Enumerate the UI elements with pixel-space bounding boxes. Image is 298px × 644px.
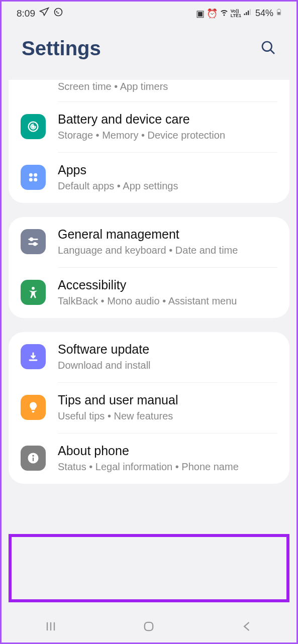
svg-point-17 [30,238,33,241]
item-text: Tips and user manual Useful tips • New f… [58,393,277,423]
search-button[interactable] [260,40,276,58]
settings-group-1: Screen time • App timers Battery and dev… [9,80,289,203]
item-text: Battery and device care Storage • Memory… [58,112,277,142]
item-text: General management Language and keyboard… [58,227,277,257]
item-text: Screen time • App timers [58,80,277,93]
item-text: About phone Status • Legal information •… [58,444,277,474]
item-text: Accessibility TalkBack • Mono audio • As… [58,278,277,308]
dnd-icon: ▣ [196,8,205,19]
accessibility-icon [21,280,46,305]
item-sub: Storage • Memory • Device protection [58,129,277,142]
apps-icon [21,165,46,190]
svg-rect-6 [278,9,280,10]
item-sub: Download and install [58,359,277,372]
wifi-icon [220,8,229,19]
svg-point-0 [54,9,62,16]
item-title: Accessibility [58,278,277,292]
home-button[interactable] [142,619,156,635]
svg-point-11 [32,126,34,128]
svg-rect-2 [246,12,247,15]
svg-point-15 [34,178,37,181]
item-title: General management [58,227,277,242]
settings-item-about[interactable]: About phone Status • Legal information •… [9,434,289,484]
svg-point-19 [34,243,36,245]
settings-group-3: Software update Download and install Tip… [9,332,289,484]
svg-rect-27 [145,622,153,630]
item-title: About phone [58,444,277,458]
alarm-icon: ⏰ [207,8,218,19]
signal-icon [243,8,252,19]
recents-button[interactable] [44,619,58,635]
svg-point-20 [32,287,35,290]
status-time: 8:09 [17,8,35,19]
svg-line-9 [270,50,274,54]
svg-rect-4 [250,9,251,15]
page-title: Settings [22,37,101,60]
item-title: Battery and device care [58,112,277,127]
item-sub: TalkBack • Mono audio • Assistant menu [58,294,277,308]
volte-icon: Vo))LTE1 [231,9,241,18]
telegram-icon [39,7,49,20]
item-sub: Language and keyboard • Date and time [58,244,277,257]
item-sub: Useful tips • New features [58,409,277,423]
svg-rect-7 [277,12,280,15]
item-sub: Screen time • App timers [58,80,277,93]
settings-item-general[interactable]: General management Language and keyboard… [9,217,289,267]
settings-item-accessibility[interactable]: Accessibility TalkBack • Mono audio • As… [9,268,289,318]
battery-care-icon [21,114,46,139]
item-text: Apps Default apps • App settings [58,163,277,193]
software-update-icon [21,344,46,369]
highlight-about-phone [9,534,289,602]
svg-rect-23 [33,458,34,461]
status-right: ▣ ⏰ Vo))LTE1 54% [196,7,282,20]
whatsapp-icon [53,7,63,20]
item-text: Software update Download and install [58,342,277,372]
battery-icon [275,7,282,20]
page-header: Settings [2,23,296,80]
status-bar: 8:09 ▣ ⏰ Vo))LTE1 54% [2,2,296,23]
svg-point-8 [262,42,272,51]
navigation-bar [2,612,296,642]
status-left: 8:09 [17,7,63,20]
settings-item-software[interactable]: Software update Download and install [9,332,289,382]
settings-item-apps[interactable]: Apps Default apps • App settings [9,153,289,203]
general-icon [21,229,46,254]
svg-rect-3 [248,11,249,15]
svg-point-14 [29,178,33,181]
settings-item-battery[interactable]: Battery and device care Storage • Memory… [9,102,289,152]
item-title: Apps [58,163,277,177]
svg-rect-1 [244,14,245,15]
svg-point-22 [32,455,34,457]
back-button[interactable] [240,619,254,635]
item-title: Software update [58,342,277,357]
svg-point-13 [34,173,37,177]
battery-text: 54% [255,8,273,19]
item-sub: Default apps • App settings [58,179,277,193]
item-sub: Status • Legal information • Phone name [58,460,277,474]
settings-item-tips[interactable]: Tips and user manual Useful tips • New f… [9,383,289,433]
svg-point-12 [29,173,33,177]
settings-group-2: General management Language and keyboard… [9,217,289,318]
tips-icon [21,395,46,420]
about-phone-icon [21,446,46,471]
item-title: Tips and user manual [58,393,277,407]
settings-item-screen-time[interactable]: Screen time • App timers [9,80,289,101]
